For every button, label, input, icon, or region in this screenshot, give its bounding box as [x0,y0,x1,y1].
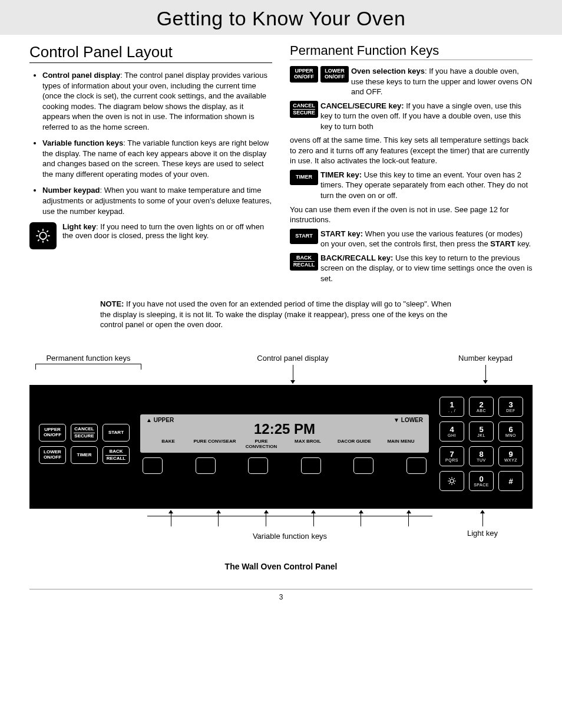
panel-start: START [103,424,130,442]
callout-perm-keys: Permanent function keys [35,354,141,381]
panel-cancel-secure: CANCELSECURE [71,424,98,442]
callout-variable-keys: Variable function keys [147,532,432,541]
keypad-light [439,471,464,491]
keypad-0: 0SPACE [469,471,494,491]
keypad-9: 9WXYZ [498,446,523,466]
cancel-secure-text: CANCEL/SECURE key: If you have a single … [320,101,533,132]
number-keypad: 1. , / 2ABC 3DEF 4GHI 5JKL 6MNO 7PQRS 8T… [439,397,523,491]
variable-key [143,457,163,474]
timer-text: TIMER key: Use this key to time an event… [320,170,533,201]
timer-key-icon: TIMER [290,170,318,185]
callout-display: Control panel display [246,354,340,381]
page-title: Getting to Know Your Oven [0,0,562,35]
list-item: Control panel display: The control panel… [42,70,272,132]
panel-lower-onoff: LOWERON/OFF [39,446,66,464]
svg-point-10 [450,479,454,483]
mode-label: MAX BROIL [286,439,330,449]
lcd-clock: 12:25 PM [146,421,423,437]
section-permanent-function-keys: Permanent Function Keys [290,43,533,60]
list-lead: Control panel display [42,71,120,80]
variable-key [353,457,373,474]
back-recall-key-icon: BACKRECALL [290,253,318,271]
keypad-3: 3DEF [498,397,523,417]
keypad-4: 4GHI [439,421,464,442]
svg-line-5 [38,230,39,232]
svg-line-15 [449,478,450,479]
light-key-text: Light key: If you need to turn the oven … [62,222,272,240]
callout-keypad: Number keypad [444,354,527,381]
start-key-icon: START [290,229,318,244]
variable-key [301,457,321,474]
light-icon [29,222,57,249]
keypad-7: 7PQRS [439,446,464,466]
variable-key [406,457,427,474]
mode-label: BAKE [146,439,190,449]
panel-timer: TIMER [71,446,98,464]
timer-cont: You can use them even if the oven is not… [290,205,533,225]
keypad-hash: # [498,471,523,491]
panel-upper-onoff: UPPERON/OFF [39,424,66,442]
feature-list: Control panel display: The control panel… [29,70,272,216]
lower-onoff-key-icon: LOWERON/OFF [320,66,349,83]
back-recall-text: BACK/RECALL key: Use this key to return … [320,253,533,284]
svg-line-7 [38,239,39,241]
panel-back-recall: BACKRECALL [103,446,130,464]
oven-selection-text: Oven selection keys: If you have a doubl… [351,66,533,97]
svg-line-16 [454,483,455,484]
svg-point-0 [39,232,47,239]
svg-line-17 [449,483,450,484]
variable-key [196,457,216,474]
keypad-5: 5JKL [469,421,494,442]
list-lead: Variable function keys [42,139,123,147]
note: NOTE: If you have not used the oven for … [100,299,462,330]
start-text: START key: When you use the various feat… [320,229,533,249]
mode-label: MAIN MENU [379,439,423,449]
lcd-display: ▲ UPPER ▼ LOWER 12:25 PM BAKE PURE CONV/… [140,414,429,453]
cancel-secure-cont: ovens off at the same time. This key set… [290,135,533,166]
list-body: : The control panel display provides var… [42,71,267,131]
keypad-1: 1. , / [439,397,464,417]
section-control-panel-layout: Control Panel Layout [29,43,272,63]
upper-onoff-key-icon: UPPERON/OFF [290,66,318,83]
keypad-2: 2ABC [469,397,494,417]
svg-line-18 [454,478,455,479]
keypad-6: 6MNO [498,421,523,442]
mode-label: PURE CONVECTION [239,439,283,449]
list-item: Number keypad: When you want to make tem… [42,185,272,216]
control-panel-diagram: UPPERON/OFF CANCELSECURE START LOWERON/O… [29,385,533,509]
diagram-caption: The Wall Oven Control Panel [29,562,533,571]
svg-line-6 [47,239,48,241]
keypad-8: 8TUV [469,446,494,466]
callout-light-key: Light key [432,529,533,538]
mode-label: PURE CONV/SEAR [193,439,237,449]
svg-line-8 [47,230,48,232]
list-lead: Light key [62,222,96,231]
mode-label: DACOR GUIDE [332,439,376,449]
lcd-lower-label: ▼ LOWER [394,417,423,423]
list-item: Variable function keys: The variable fun… [42,138,272,179]
list-lead: Number keypad [42,186,100,195]
lcd-upper-label: ▲ UPPER [146,417,174,423]
cancel-secure-key-icon: CANCELSECURE [290,101,318,118]
page-number: 3 [29,589,533,601]
variable-key [248,457,268,474]
